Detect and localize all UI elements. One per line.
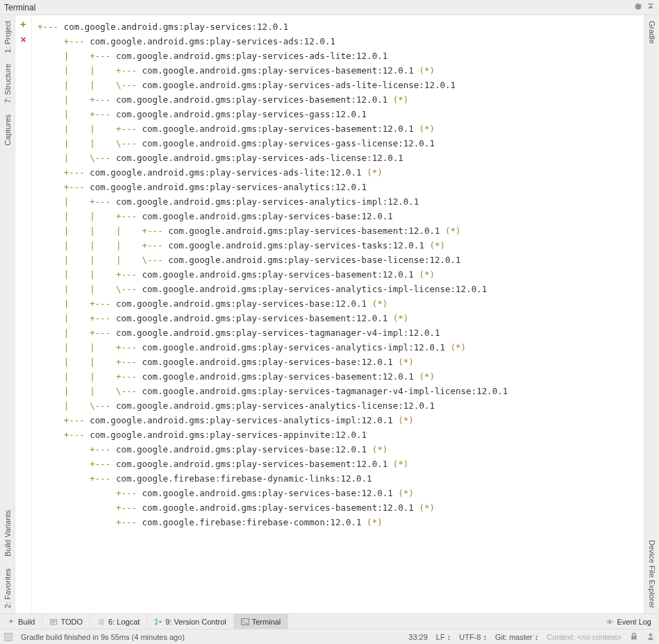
version-control-tab-icon bbox=[154, 618, 162, 626]
dependency-line: | | +--- com.google.android.gms:play-ser… bbox=[37, 267, 638, 282]
dependency-line: | | \--- com.google.android.gms:play-ser… bbox=[37, 136, 638, 151]
dependency-line: | \--- com.google.android.gms:play-servi… bbox=[37, 151, 638, 165]
gear-icon[interactable] bbox=[634, 2, 642, 12]
dependency-line: | | +--- com.google.android.gms:play-ser… bbox=[37, 355, 638, 369]
logcat-tab[interactable]: 6: Logcat bbox=[90, 614, 147, 629]
dependency-line: | +--- com.google.android.gms:play-servi… bbox=[37, 325, 638, 340]
terminal-tab-icon bbox=[241, 618, 249, 626]
status-message: Gradle build finished in 9s 55ms (4 minu… bbox=[21, 633, 185, 641]
svg-point-1 bbox=[156, 618, 158, 620]
panel-title: Terminal bbox=[4, 3, 630, 12]
hector-icon[interactable] bbox=[647, 632, 655, 642]
line-separator[interactable]: LF ↕ bbox=[436, 633, 451, 641]
terminal-tab[interactable]: Terminal bbox=[234, 614, 289, 629]
dependency-line: +--- com.google.android.gms:play-service… bbox=[37, 34, 638, 49]
caret-position[interactable]: 33:29 bbox=[408, 633, 428, 641]
dependency-line: | +--- com.google.android.gms:play-servi… bbox=[37, 296, 638, 311]
status-indicator-icon[interactable] bbox=[4, 633, 12, 641]
project-tab[interactable]: 1: Project bbox=[3, 15, 12, 58]
git-branch[interactable]: Git: master ↕ bbox=[495, 633, 538, 641]
event-log-tab[interactable]: Event Log bbox=[599, 614, 659, 629]
svg-point-6 bbox=[649, 633, 653, 636]
svg-rect-4 bbox=[242, 618, 249, 625]
dependency-line: | | +--- com.google.android.gms:play-ser… bbox=[37, 63, 638, 78]
dependency-line: | +--- com.google.android.gms:play-servi… bbox=[37, 107, 638, 121]
logcat-tab-icon bbox=[97, 618, 106, 626]
tab-label: TODO bbox=[60, 618, 83, 626]
structure-tab[interactable]: 7: Structure bbox=[3, 58, 12, 109]
dependency-line: +--- com.google.firebase:firebase-dynami… bbox=[37, 471, 638, 486]
dependency-line: +--- com.google.firebase:firebase-common… bbox=[37, 515, 638, 529]
dependency-line: | | \--- com.google.android.gms:play-ser… bbox=[37, 384, 638, 398]
tab-label: 9: Version Control bbox=[165, 618, 226, 626]
status-bar: Gradle build finished in 9s 55ms (4 minu… bbox=[0, 629, 659, 644]
dependency-line: +--- com.google.android.gms:play-service… bbox=[37, 442, 638, 457]
build-tab[interactable]: Build bbox=[0, 614, 42, 629]
lock-icon[interactable] bbox=[630, 632, 638, 642]
device-file-explorer-tab[interactable]: Device File Explorer bbox=[648, 534, 656, 613]
build-tab-icon bbox=[7, 618, 15, 626]
panel-header: Terminal bbox=[0, 0, 659, 15]
body: 1: Project7: StructureCaptures Build Var… bbox=[0, 15, 659, 613]
tab-label: 6: Logcat bbox=[108, 618, 140, 626]
captures-tab[interactable]: Captures bbox=[3, 109, 12, 151]
dependency-line: | | | +--- com.google.android.gms:play-s… bbox=[37, 238, 638, 253]
svg-point-5 bbox=[609, 620, 611, 622]
dependency-line: | +--- com.google.android.gms:play-servi… bbox=[37, 92, 638, 107]
todo-tab-icon bbox=[49, 618, 58, 626]
dependency-line: | | \--- com.google.android.gms:play-ser… bbox=[37, 282, 638, 296]
todo-tab[interactable]: TODO bbox=[42, 614, 90, 629]
tab-label: Event Log bbox=[617, 618, 651, 626]
left-rail: 1: Project7: StructureCaptures Build Var… bbox=[0, 15, 15, 613]
new-session-button[interactable]: + bbox=[20, 18, 26, 30]
dependency-line: +--- com.google.android.gms:play-service… bbox=[37, 457, 638, 471]
dependency-line: +--- com.google.android.gms:play-service… bbox=[37, 413, 638, 427]
dependency-line: +--- com.google.android.gms:play-service… bbox=[37, 500, 638, 515]
dependency-line: | | | \--- com.google.android.gms:play-s… bbox=[37, 253, 638, 267]
svg-point-3 bbox=[160, 620, 162, 622]
terminal-output[interactable]: +--- com.google.android.gms:play-service… bbox=[32, 15, 644, 613]
dependency-line: | | +--- com.google.android.gms:play-ser… bbox=[37, 340, 638, 355]
close-session-button[interactable]: × bbox=[20, 34, 26, 45]
right-rail: Gradle Device File Explorer bbox=[644, 15, 659, 613]
favorites-tab[interactable]: 2: Favorites bbox=[3, 563, 12, 613]
gradle-tab[interactable]: Gradle bbox=[648, 15, 656, 49]
dependency-line: | +--- com.google.android.gms:play-servi… bbox=[37, 49, 638, 63]
event-log-tab-icon bbox=[606, 618, 614, 626]
dependency-line: | | \--- com.google.android.gms:play-ser… bbox=[37, 78, 638, 92]
dependency-line: +--- com.google.android.gms:play-service… bbox=[37, 19, 638, 34]
tab-label: Terminal bbox=[252, 618, 281, 626]
svg-point-2 bbox=[156, 622, 158, 625]
build-variants-tab[interactable]: Build Variants bbox=[3, 505, 12, 562]
dependency-line: | | | +--- com.google.android.gms:play-s… bbox=[37, 223, 638, 238]
dependency-line: | +--- com.google.android.gms:play-servi… bbox=[37, 311, 638, 325]
encoding[interactable]: UTF-8 ↕ bbox=[459, 633, 487, 641]
dependency-line: +--- com.google.android.gms:play-service… bbox=[37, 427, 638, 442]
dependency-line: | | +--- com.google.android.gms:play-ser… bbox=[37, 369, 638, 384]
dependency-line: | +--- com.google.android.gms:play-servi… bbox=[37, 194, 638, 209]
hide-icon[interactable] bbox=[647, 2, 655, 12]
version-control-tab[interactable]: 9: Version Control bbox=[147, 614, 233, 629]
context[interactable]: Context: <no context> bbox=[547, 633, 622, 641]
dependency-line: +--- com.google.android.gms:play-service… bbox=[37, 180, 638, 194]
dependency-line: | | +--- com.google.android.gms:play-ser… bbox=[37, 121, 638, 136]
tab-label: Build bbox=[18, 618, 35, 626]
bottom-tool-tabs: BuildTODO6: Logcat9: Version ControlTerm… bbox=[0, 613, 659, 629]
dependency-line: +--- com.google.android.gms:play-service… bbox=[37, 486, 638, 500]
dependency-line: | | +--- com.google.android.gms:play-ser… bbox=[37, 209, 638, 223]
terminal-gutter: + × bbox=[15, 15, 32, 613]
dependency-line: | \--- com.google.android.gms:play-servi… bbox=[37, 398, 638, 413]
dependency-line: +--- com.google.android.gms:play-service… bbox=[37, 165, 638, 180]
